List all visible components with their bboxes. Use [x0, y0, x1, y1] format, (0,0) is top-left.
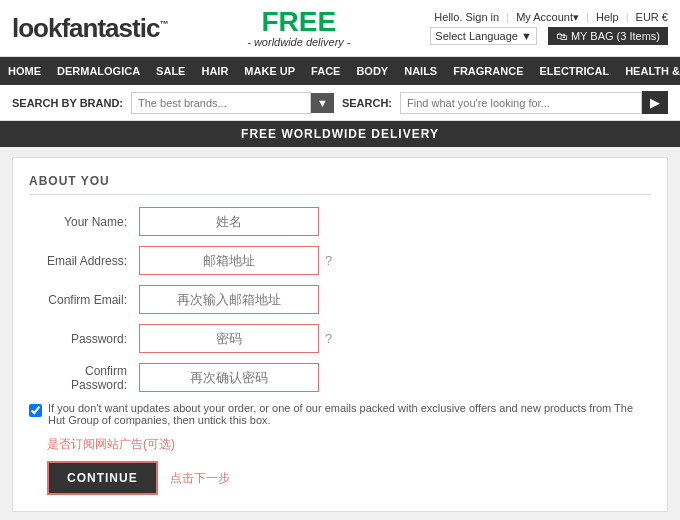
search-input-container: ▶ — [400, 91, 668, 114]
header-right: Hello. Sign in | My Account▾ | Help | EU… — [430, 11, 668, 45]
sep3: | — [626, 11, 629, 23]
form-row-4: Confirm Password: — [29, 363, 651, 392]
checkbox-row: If you don't want updates about your ord… — [29, 402, 651, 426]
search-bar: SEARCH BY BRAND: ▼ SEARCH: ▶ — [0, 85, 680, 121]
bag-items: (3 Items) — [617, 30, 660, 42]
logo: lookfantastic™ — [12, 13, 167, 44]
nav-item-dermalogica[interactable]: DERMALOGICA — [49, 57, 148, 85]
help-icon-3[interactable]: ? — [325, 331, 332, 346]
form-input-0[interactable] — [139, 207, 319, 236]
hello-text: Hello. — [434, 11, 462, 23]
sep1: | — [506, 11, 509, 23]
nav-item-body[interactable]: BODY — [348, 57, 396, 85]
newsletter-checkbox[interactable] — [29, 404, 42, 417]
checkbox-text: If you don't want updates about your ord… — [48, 402, 651, 426]
main-nav: HOMEDERMALOGICASALEHAIRMAKE UPFACEBODYNA… — [0, 57, 680, 85]
form-label-0: Your Name: — [29, 215, 139, 229]
continue-row: CONTINUE 点击下一步 — [47, 461, 651, 495]
form-field-container-4 — [139, 363, 319, 392]
form-input-3[interactable] — [139, 324, 319, 353]
form-input-4[interactable] — [139, 363, 319, 392]
form-label-3: Password: — [29, 332, 139, 346]
form-input-1[interactable] — [139, 246, 319, 275]
form-field-container-2 — [139, 285, 319, 314]
header: lookfantastic™ FREE - worldwide delivery… — [0, 0, 680, 57]
nav-item-make-up[interactable]: MAKE UP — [236, 57, 303, 85]
brand-dropdown-button[interactable]: ▼ — [311, 93, 334, 113]
form-input-2[interactable] — [139, 285, 319, 314]
nav-item-hair[interactable]: HAIR — [193, 57, 236, 85]
bag-icon: 🛍 — [556, 30, 567, 42]
help-link[interactable]: Help — [596, 11, 619, 23]
nav-item-face[interactable]: FACE — [303, 57, 348, 85]
logo-text: lookfantastic — [12, 13, 159, 43]
language-select[interactable]: Select Language ▼ — [430, 27, 537, 45]
form-field-container-0 — [139, 207, 319, 236]
bag-button[interactable]: 🛍 MY BAG (3 Items) — [548, 27, 668, 45]
checkbox-annotation: 是否订阅网站广告(可选) — [47, 436, 651, 453]
brand-search-container: ▼ — [131, 92, 334, 114]
logo-tm: ™ — [159, 19, 167, 29]
nav-item-health-&-living[interactable]: HEALTH & LIVING — [617, 57, 680, 85]
my-account-link[interactable]: My Account — [516, 11, 573, 23]
nav-item-electrical[interactable]: ELECTRICAL — [531, 57, 617, 85]
form-field-container-1: ? — [139, 246, 332, 275]
form-row-0: Your Name: — [29, 207, 651, 236]
continue-annotation: 点击下一步 — [170, 470, 230, 487]
search-input[interactable] — [400, 92, 642, 114]
form-row-2: Confirm Email: — [29, 285, 651, 314]
sign-in-link[interactable]: Sign in — [466, 11, 500, 23]
account-arrow: ▾ — [573, 11, 579, 23]
brand-search-label: SEARCH BY BRAND: — [12, 97, 123, 109]
free-text: FREE — [247, 8, 350, 36]
nav-item-home[interactable]: HOME — [0, 57, 49, 85]
sep2: | — [586, 11, 589, 23]
delivery-sub: - worldwide delivery - — [247, 36, 350, 48]
brand-search-input[interactable] — [131, 92, 311, 114]
bag-label: MY BAG — [571, 30, 614, 42]
form-label-4: Confirm Password: — [29, 364, 139, 392]
form-field-container-3: ? — [139, 324, 332, 353]
form-row-3: Password:? — [29, 324, 651, 353]
currency: EUR € — [636, 11, 668, 23]
form-row-1: Email Address:? — [29, 246, 651, 275]
search-button[interactable]: ▶ — [642, 91, 668, 114]
main-content: ABOUT YOU Your Name:Email Address:?Confi… — [12, 157, 668, 512]
search-label: SEARCH: — [342, 97, 392, 109]
nav-item-fragrance[interactable]: FRAGRANCE — [445, 57, 531, 85]
nav-item-sale[interactable]: SALE — [148, 57, 193, 85]
lang-label: Select Language — [435, 30, 518, 42]
continue-button[interactable]: CONTINUE — [47, 461, 158, 495]
lang-arrow: ▼ — [521, 30, 532, 42]
form-label-2: Confirm Email: — [29, 293, 139, 307]
form-label-1: Email Address: — [29, 254, 139, 268]
nav-item-nails[interactable]: NAILS — [396, 57, 445, 85]
section-title: ABOUT YOU — [29, 174, 651, 195]
free-delivery-header: FREE - worldwide delivery - — [247, 8, 350, 48]
help-icon-1[interactable]: ? — [325, 253, 332, 268]
free-worldwide-banner: FREE WORLDWIDE DELIVERY — [0, 121, 680, 147]
